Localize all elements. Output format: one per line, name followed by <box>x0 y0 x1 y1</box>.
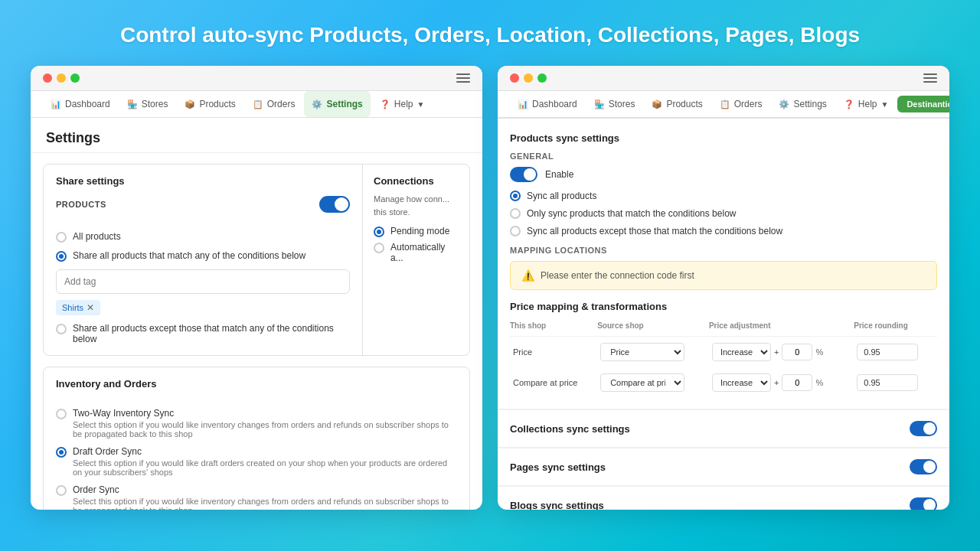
products-icon-left: 📦 <box>185 99 195 109</box>
tags-container: Shirts ✕ <box>56 300 350 315</box>
pages-sync-row: Pages sync settings <box>498 448 949 485</box>
radio-circle-except <box>56 324 67 334</box>
nav-dashboard-label-right: Dashboard <box>532 99 577 109</box>
sync-match-radio <box>510 208 521 219</box>
dot-green-right[interactable] <box>537 73 547 83</box>
dot-green-left[interactable] <box>70 73 80 83</box>
sync-except-conditions[interactable]: Sync all products except those that matc… <box>510 225 937 236</box>
dot-red-left[interactable] <box>43 73 52 83</box>
dot-red-right[interactable] <box>510 73 519 83</box>
nav-help-label-right: Help <box>858 99 877 109</box>
two-way-radio-circle <box>56 409 67 419</box>
col-price-round: Price rounding <box>854 321 937 337</box>
window-chrome-right <box>498 66 949 91</box>
price-adj-select-1[interactable]: Increase <box>712 343 771 361</box>
blogs-toggle[interactable] <box>910 497 937 510</box>
price-adj-group-1: Increase + % <box>712 343 851 361</box>
auto-radio-circle <box>374 243 384 253</box>
dot-yellow-right[interactable] <box>524 73 533 83</box>
pages-toggle[interactable] <box>910 459 937 474</box>
pending-mode-radio[interactable]: Pending mode <box>374 226 459 237</box>
price-table: This shop Source shop Price adjustment P… <box>510 321 937 398</box>
product-radio-group: All products Share all products that mat… <box>56 222 350 262</box>
nav-orders-left[interactable]: 📋 Orders <box>245 91 303 117</box>
dashboard-icon-right: 📊 <box>518 99 528 109</box>
chevron-down-icon-right: ▼ <box>881 100 889 109</box>
pct-label-2: % <box>815 378 823 387</box>
nav-products-label-right: Products <box>666 99 702 109</box>
order-sync-option[interactable]: Order Sync Select this option if you wou… <box>56 484 457 510</box>
nav-settings-right[interactable]: ⚙️ Settings <box>771 91 834 117</box>
blogs-sync-label: Blogs sync settings <box>510 500 604 510</box>
draft-order-sync-option[interactable]: Draft Order Sync Select this option if y… <box>56 446 457 477</box>
price-round-input-2[interactable] <box>857 374 918 391</box>
price-round-input-1[interactable] <box>857 344 918 360</box>
radio-match-conditions[interactable]: Share all products that match any of the… <box>56 250 350 262</box>
tag-close-shirts[interactable]: ✕ <box>87 302 94 313</box>
products-label: PRODUCTS <box>56 200 106 209</box>
tag-shirts: Shirts ✕ <box>56 300 100 315</box>
sync-all-products[interactable]: Sync all products <box>510 190 937 201</box>
products-toggle[interactable] <box>319 196 350 213</box>
nav-settings-left[interactable]: ⚙️ Settings <box>304 91 370 117</box>
destination-badge[interactable]: Destinantion <box>897 96 949 112</box>
nav-products-right[interactable]: 📦 Products <box>644 91 710 117</box>
collections-sync-row: Collections sync settings <box>498 409 949 447</box>
nav-dashboard-right[interactable]: 📊 Dashboard <box>510 91 585 117</box>
products-sync-title: Products sync settings <box>510 132 937 144</box>
draft-order-radio-circle <box>56 447 67 458</box>
nav-products-left[interactable]: 📦 Products <box>177 91 243 117</box>
radio-except-conditions[interactable]: Share all products except those that mat… <box>56 323 350 344</box>
nav-stores-right[interactable]: 🏪 Stores <box>586 91 643 117</box>
plus-label-1: + <box>774 347 779 357</box>
hamburger-right[interactable] <box>923 73 937 83</box>
draft-order-sync-label: Draft Order Sync <box>73 446 457 457</box>
nav-help-right[interactable]: ❓ Help ▼ <box>836 91 897 117</box>
auto-radio[interactable]: Automatically a... <box>374 242 459 263</box>
nav-dashboard-label-left: Dashboard <box>65 99 110 109</box>
price-adj-select-2[interactable]: Increase <box>712 373 771 392</box>
price-adj-input-1[interactable] <box>782 344 812 360</box>
settings-icon-left: ⚙️ <box>312 99 322 109</box>
tag-input[interactable] <box>56 269 350 294</box>
dot-yellow-left[interactable] <box>57 73 66 83</box>
nav-orders-right[interactable]: 📋 Orders <box>712 91 770 117</box>
nav-settings-label-left: Settings <box>326 99 362 109</box>
page-title: Control auto-sync Products, Orders, Loca… <box>120 23 860 47</box>
price-row-2: Compare at price Compare at price <box>510 367 937 398</box>
general-label: General <box>510 152 937 161</box>
price-source-select-1[interactable]: Price <box>600 343 684 361</box>
sync-match-conditions[interactable]: Only sync products that match the condit… <box>510 207 937 219</box>
connections-desc: Manage how conn... this store. <box>374 193 459 218</box>
price-adj-input-2[interactable] <box>782 374 812 391</box>
nav-stores-label-right: Stores <box>609 99 635 109</box>
stores-icon-right: 🏪 <box>594 99 605 109</box>
orders-icon-left: 📋 <box>253 99 263 109</box>
enable-toggle[interactable] <box>510 167 537 182</box>
two-way-sync-desc: Select this option if you would like inv… <box>73 420 457 439</box>
right-panel: 📊 Dashboard 🏪 Stores 📦 Products 📋 Orders… <box>498 66 949 510</box>
right-panel-content: Products sync settings General Enable Sy… <box>498 118 949 510</box>
settings-heading: Settings <box>31 118 482 153</box>
hamburger-left[interactable] <box>456 73 470 83</box>
nav-dashboard-left[interactable]: 📊 Dashboard <box>43 91 118 117</box>
orders-icon-right: 📋 <box>720 99 730 109</box>
radio-all-products[interactable]: All products <box>56 231 350 243</box>
two-way-sync-label: Two-Way Inventory Sync <box>73 408 457 419</box>
two-way-sync-option[interactable]: Two-Way Inventory Sync Select this optio… <box>56 408 457 439</box>
collections-sync-label: Collections sync settings <box>510 423 630 435</box>
price-source-select-2[interactable]: Compare at price <box>600 373 684 392</box>
nav-products-label-left: Products <box>199 99 235 109</box>
nav-bar-right: 📊 Dashboard 🏪 Stores 📦 Products 📋 Orders… <box>498 91 949 118</box>
nav-stores-left[interactable]: 🏪 Stores <box>119 91 176 117</box>
sync-except-label: Sync all products except those that matc… <box>527 226 782 236</box>
price-adj-group-2: Increase + % <box>712 373 851 392</box>
mapping-locations-label: MAPPING LOCATIONS <box>510 246 937 255</box>
mapping-alert-text: Please enter the connection code first <box>541 270 694 281</box>
nav-orders-label-left: Orders <box>267 99 296 109</box>
connections-title: Connections <box>374 175 459 187</box>
collections-toggle[interactable] <box>910 421 937 436</box>
alert-icon: ⚠️ <box>521 269 534 282</box>
nav-help-left[interactable]: ❓ Help ▼ <box>372 91 433 117</box>
order-sync-desc: Select this option if you would like inv… <box>73 497 457 510</box>
